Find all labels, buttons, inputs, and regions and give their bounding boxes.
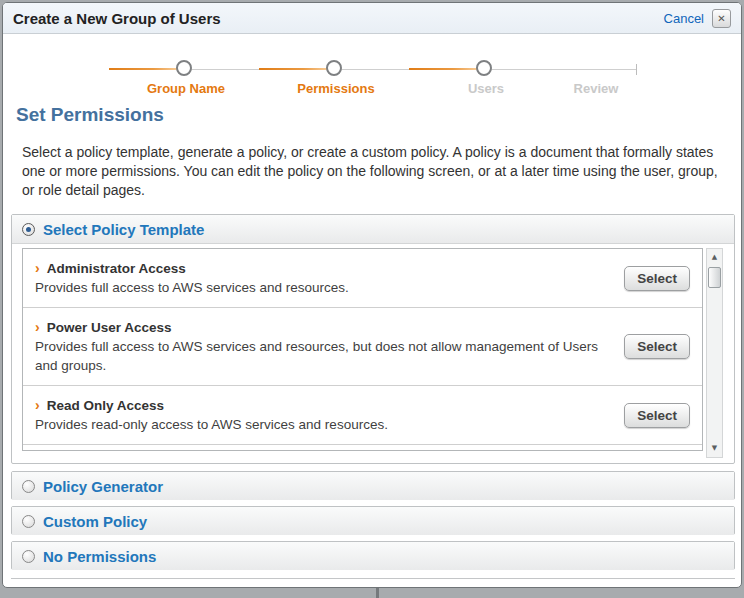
radio-select-policy-template[interactable] [22,223,35,236]
step-label-permissions[interactable]: Permissions [297,81,374,96]
select-button-administrator-access[interactable]: Select [624,266,690,291]
wizard-stepper: Group Name Permissions Users Review [3,39,741,101]
list-scrollbar[interactable]: ▲ ▼ [706,248,723,458]
template-title: Administrator Access [47,261,186,276]
scrollbar-up-arrow[interactable]: ▲ [707,250,722,265]
step-circle-permissions[interactable] [326,60,342,76]
chevron-right-icon: › [35,397,40,413]
template-row-administrator-access: ›Administrator Access Provides full acce… [23,249,702,307]
close-icon: ✕ [717,13,725,24]
template-description: Provides full access to AWS services and… [35,337,600,375]
stepper-progress-segment [109,68,177,70]
section-no-permissions: No Permissions [11,541,735,570]
template-row-read-only-access: ›Read Only Access Provides read-only acc… [23,385,702,444]
step-label-group-name[interactable]: Group Name [147,81,225,96]
policy-template-list: ›Administrator Access Provides full acce… [22,248,703,451]
dialog-titlebar: Create a New Group of Users Cancel ✕ [3,3,741,34]
select-button-power-user-access[interactable]: Select [624,334,690,359]
section-label: Policy Generator [43,478,163,495]
step-circle-users [476,60,492,76]
template-title: Read Only Access [47,398,164,413]
template-title-line: ›Administrator Access [35,259,600,278]
template-description: Provides full access to AWS services and… [35,278,600,297]
radio-no-permissions[interactable] [22,550,35,563]
dialog-title: Create a New Group of Users [13,10,221,27]
stepper-progress-segment [259,68,327,70]
intro-text: Select a policy template, generate a pol… [22,143,722,200]
radio-custom-policy[interactable] [22,515,35,528]
cancel-link[interactable]: Cancel [664,11,704,26]
section-select-policy-template: Select Policy Template ›Administrator Ac… [11,214,735,464]
step-circle-group-name[interactable] [176,60,192,76]
template-description: Provides read-only access to AWS service… [35,415,600,434]
template-row-text: ›Administrator Access Provides full acce… [35,259,624,297]
section-header-select-policy-template[interactable]: Select Policy Template [12,215,734,244]
template-row-text: ›Read Only Access Provides read-only acc… [35,396,624,434]
page-title: Set Permissions [16,104,164,126]
chevron-right-icon: › [35,319,40,335]
template-title-line: ›Power User Access [35,318,600,337]
stepper-progress-segment [409,68,477,70]
section-policy-generator: Policy Generator [11,471,735,500]
template-row-partial [23,444,702,450]
section-custom-policy: Custom Policy [11,506,735,535]
scrollbar-thumb[interactable] [708,267,721,288]
step-label-users: Users [468,81,504,96]
policy-template-panel: ›Administrator Access Provides full acce… [12,244,734,463]
footer-divider [11,578,735,579]
template-row-text: ›Power User Access Provides full access … [35,318,624,375]
chevron-right-icon: › [35,260,40,276]
section-label: Select Policy Template [43,221,204,238]
template-title: Power User Access [47,320,172,335]
section-header-no-permissions[interactable]: No Permissions [12,542,734,570]
create-group-dialog: Create a New Group of Users Cancel ✕ Gro… [2,2,742,588]
section-label: Custom Policy [43,513,147,530]
template-title-line: ›Read Only Access [35,396,600,415]
step-label-review: Review [574,81,619,96]
section-header-custom-policy[interactable]: Custom Policy [12,507,734,535]
stepper-end-tick [636,64,637,75]
titlebar-actions: Cancel ✕ [664,9,731,28]
radio-policy-generator[interactable] [22,480,35,493]
section-label: No Permissions [43,548,156,565]
select-button-read-only-access[interactable]: Select [624,403,690,428]
scrollbar-down-arrow[interactable]: ▼ [707,441,722,456]
close-button[interactable]: ✕ [712,9,731,28]
section-header-policy-generator[interactable]: Policy Generator [12,472,734,500]
template-row-power-user-access: ›Power User Access Provides full access … [23,307,702,385]
